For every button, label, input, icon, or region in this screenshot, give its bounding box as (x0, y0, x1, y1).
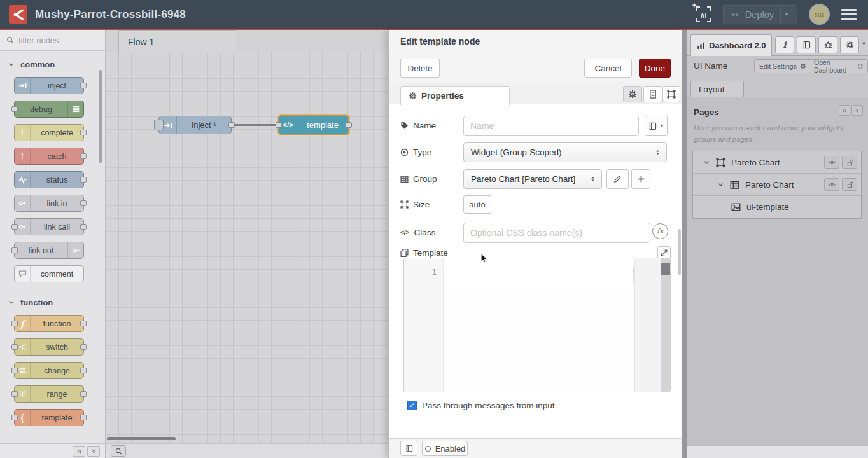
palette-node-link-call[interactable]: link call (14, 218, 84, 235)
palette-node-comment[interactable]: comment (14, 265, 84, 282)
node-red-logo-icon[interactable] (9, 5, 27, 24)
passthrough-label: Pass through messages from input. (422, 401, 557, 410)
pages-expand-button[interactable] (851, 105, 863, 116)
main-menu-button[interactable] (841, 9, 857, 20)
palette-node-link-out[interactable]: link out (14, 242, 84, 259)
palette-node-status[interactable]: status (14, 171, 84, 188)
deploy-options-caret[interactable] (780, 6, 797, 24)
node-output-port[interactable] (80, 344, 87, 350)
config-tab-button[interactable] (840, 36, 859, 53)
editor-scrollbar[interactable] (661, 258, 671, 392)
node-input-port[interactable] (11, 368, 18, 373)
ai-assistant-button[interactable]: ✦ AI (696, 6, 711, 22)
inject-output-port[interactable] (228, 122, 235, 128)
tab-properties[interactable]: Properties (400, 86, 510, 105)
palette-node-link-in[interactable]: link in (14, 195, 84, 212)
palette-search[interactable]: filter nodes (0, 30, 105, 51)
tab-flow-1[interactable]: Flow 1 (118, 30, 235, 53)
node-input-port[interactable] (11, 224, 18, 230)
delete-button[interactable]: Delete (400, 59, 440, 78)
name-label-options-button[interactable] (645, 116, 668, 136)
palette-node-function[interactable]: ƒfunction (14, 315, 84, 332)
sidebar-menu-caret[interactable] (860, 40, 867, 47)
node-enabled-toggle[interactable]: Enabled (422, 441, 468, 456)
template-code-editor[interactable]: 1 (403, 258, 671, 392)
palette-category-function[interactable]: function (0, 289, 105, 315)
palette-expand-all-button[interactable] (87, 446, 100, 457)
description-view-button[interactable] (643, 86, 662, 102)
node-input-port[interactable] (11, 391, 18, 397)
node-input-port[interactable] (11, 247, 18, 253)
node-input-port[interactable] (11, 321, 18, 326)
flow-node-inject[interactable]: inject ¹ (158, 116, 232, 134)
flow-canvas[interactable]: Flow 1 inject ¹ </> template (106, 30, 388, 458)
palette-category-common[interactable]: common (0, 51, 105, 77)
node-input-port[interactable] (11, 415, 18, 420)
flow-node-template-selected[interactable]: </> template (278, 115, 349, 135)
lock-toggle-button[interactable] (842, 178, 857, 191)
layout-tree-item-ui-template[interactable]: ui-template (693, 196, 861, 218)
class-expression-button[interactable]: fx (652, 223, 668, 239)
debug-tab-button[interactable] (818, 36, 837, 53)
template-output-port[interactable] (346, 122, 352, 128)
node-input-port[interactable] (11, 344, 18, 350)
editor-scrollbar-thumb[interactable] (661, 263, 671, 275)
palette-node-change[interactable]: change (14, 362, 84, 379)
cancel-button[interactable]: Cancel (584, 59, 632, 78)
node-info-button[interactable] (400, 441, 417, 456)
node-output-port[interactable] (80, 321, 87, 326)
palette-scrollbar[interactable] (99, 70, 102, 163)
group-select[interactable]: Pareto Chart [Pareto Chart] (463, 169, 602, 189)
node-input-port[interactable] (11, 106, 18, 112)
template-input-port[interactable] (276, 122, 282, 128)
canvas-search-button[interactable] (111, 445, 126, 457)
palette-node-catch[interactable]: !catch (14, 148, 84, 165)
lock-toggle-button[interactable] (842, 156, 857, 169)
node-output-port[interactable] (80, 415, 87, 420)
pages-collapse-button[interactable] (839, 105, 850, 116)
open-dashboard-button[interactable]: Open Dashboard (809, 59, 868, 73)
layout-tree-item-pareto-chart[interactable]: Pareto Chart (693, 174, 861, 196)
palette-node-inject[interactable]: inject (14, 77, 84, 94)
tab-dashboard-2[interactable]: Dashboard 2.0 (690, 34, 772, 56)
size-auto-button[interactable]: auto (463, 195, 491, 214)
editor-active-line[interactable] (445, 267, 634, 282)
palette-collapse-all-button[interactable] (73, 446, 85, 457)
tab-layout[interactable]: Layout (690, 81, 744, 97)
add-group-button[interactable] (631, 169, 650, 189)
deploy-button[interactable]: Deploy (723, 5, 797, 24)
class-input[interactable] (463, 223, 650, 243)
info-tab-button[interactable]: i (775, 36, 794, 53)
node-output-port[interactable] (80, 224, 87, 230)
palette-node-debug[interactable]: debug (14, 101, 84, 118)
dialog-scrollbar-thumb[interactable] (678, 229, 681, 275)
palette-node-complete[interactable]: !complete (14, 124, 84, 141)
sidebar-splitter[interactable] (682, 30, 687, 458)
type-select[interactable]: Widget (Group-Scoped) (463, 142, 667, 162)
visibility-toggle-button[interactable] (824, 156, 839, 169)
appearance-view-button[interactable] (662, 86, 680, 102)
node-output-port[interactable] (80, 368, 87, 373)
node-output-port[interactable] (80, 200, 87, 206)
inject-trigger-button[interactable] (154, 120, 164, 130)
palette-node-template[interactable]: {template (14, 409, 84, 426)
edit-group-button[interactable] (606, 169, 629, 189)
table-icon (400, 175, 409, 183)
name-input[interactable] (463, 116, 639, 136)
passthrough-checkbox-checked[interactable]: ✓ (407, 401, 417, 410)
node-output-port[interactable] (80, 177, 87, 183)
palette-node-range[interactable]: range (14, 385, 84, 403)
user-avatar[interactable]: su (809, 4, 830, 25)
properties-view-button[interactable] (623, 86, 642, 102)
node-output-port[interactable] (80, 83, 87, 88)
node-output-port[interactable] (80, 130, 87, 135)
help-tab-button[interactable] (797, 36, 816, 53)
layout-tree-item-pareto-chart[interactable]: Pareto Chart (693, 151, 861, 174)
node-output-port[interactable] (80, 153, 87, 159)
canvas-horizontal-scrollbar[interactable] (107, 437, 176, 440)
node-output-port[interactable] (80, 391, 87, 397)
edit-settings-button[interactable]: Edit Settings (754, 59, 811, 73)
visibility-toggle-button[interactable] (824, 178, 839, 191)
done-button[interactable]: Done (639, 59, 671, 78)
palette-node-switch[interactable]: switch (14, 338, 84, 356)
